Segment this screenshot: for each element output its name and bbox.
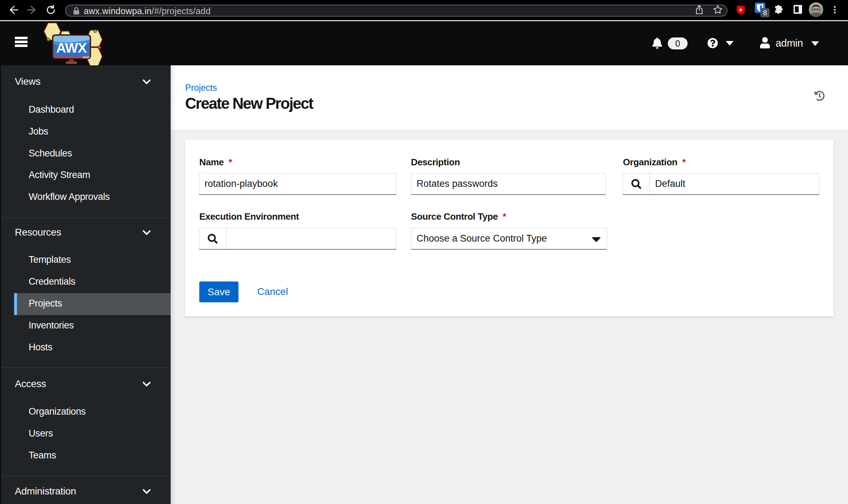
- svg-text:8: 8: [763, 9, 767, 17]
- svg-text:AWX: AWX: [56, 40, 87, 55]
